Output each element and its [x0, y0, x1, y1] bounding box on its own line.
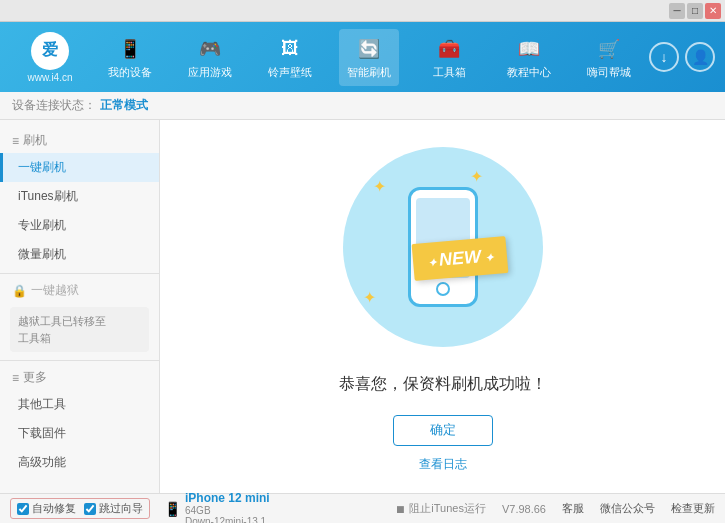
customer-service-link[interactable]: 客服: [562, 501, 584, 516]
sidebar-section-jailbreak-label: 一键越狱: [31, 282, 79, 299]
nav-my-device-label: 我的设备: [108, 65, 152, 80]
header-right: ↓ 👤: [649, 42, 715, 72]
nav-smart-flash-label: 智能刷机: [347, 65, 391, 80]
header: 爱 www.i4.cn 📱 我的设备 🎮 应用游戏 🖼 铃声壁纸 🔄 智能刷机 …: [0, 22, 725, 92]
sidebar-item-advanced[interactable]: 高级功能: [0, 448, 159, 477]
store-icon: 🛒: [595, 35, 623, 63]
nav-apps-label: 应用游戏: [188, 65, 232, 80]
status-value: 正常模式: [100, 97, 148, 114]
sidebar-jailbreak-note: 越狱工具已转移至工具箱: [10, 307, 149, 352]
auto-repair-label: 自动修复: [32, 501, 76, 516]
sidebar-section-flash-label: 刷机: [23, 132, 47, 149]
nav-toolbox-label: 工具箱: [433, 65, 466, 80]
logo[interactable]: 爱 www.i4.cn: [10, 32, 90, 83]
sidebar-item-download-firmware[interactable]: 下载固件: [0, 419, 159, 448]
smart-flash-icon: 🔄: [355, 35, 383, 63]
device-info: 📱 iPhone 12 mini 64GB Down-12mini-13.1: [164, 491, 270, 524]
my-device-icon: 📱: [116, 35, 144, 63]
nav-tutorial-label: 教程中心: [507, 65, 551, 80]
content-area: ✦ ✦ ✦ ✦ NEW ✦ 恭喜您，保资料刷机成功啦！ 确定 查看日志: [160, 120, 725, 493]
sidebar-item-one-click-flash[interactable]: 一键刷机: [0, 153, 159, 182]
phone-illustration: ✦ ✦ ✦ ✦ NEW ✦: [333, 140, 553, 354]
device-model: Down-12mini-13.1: [185, 516, 270, 524]
new-badge: ✦ NEW ✦: [412, 236, 509, 281]
phone-bg: ✦ ✦ ✦ ✦ NEW ✦: [343, 147, 543, 347]
check-update-link[interactable]: 检查更新: [671, 501, 715, 516]
sidebar-item-pro-flash[interactable]: 专业刷机: [0, 211, 159, 240]
sidebar-section-more-icon: ≡: [12, 371, 19, 385]
user-button[interactable]: 👤: [685, 42, 715, 72]
lock-icon: 🔒: [12, 284, 27, 298]
refresh-log-link[interactable]: 查看日志: [419, 456, 467, 473]
bottom-bar: 自动修复 跳过向导 📱 iPhone 12 mini 64GB Down-12m…: [0, 493, 725, 523]
status-bar: 设备连接状态： 正常模式: [0, 92, 725, 120]
device-icon: 📱: [164, 501, 181, 517]
skip-wizard-checkbox[interactable]: 跳过向导: [84, 501, 143, 516]
device-storage: 64GB: [185, 505, 270, 516]
maximize-button[interactable]: □: [687, 3, 703, 19]
download-button[interactable]: ↓: [649, 42, 679, 72]
success-text: 恭喜您，保资料刷机成功啦！: [339, 374, 547, 395]
nav-store-label: 嗨司帮城: [587, 65, 631, 80]
device-details: iPhone 12 mini 64GB Down-12mini-13.1: [185, 491, 270, 524]
sidebar-item-micro-flash[interactable]: 微量刷机: [0, 240, 159, 269]
toolbox-icon: 🧰: [435, 35, 463, 63]
sidebar-section-more-label: 更多: [23, 369, 47, 386]
bottom-left: 自动修复 跳过向导 📱 iPhone 12 mini 64GB Down-12m…: [10, 491, 270, 524]
sidebar-divider-2: [0, 360, 159, 361]
nav-wallpaper[interactable]: 🖼 铃声壁纸: [260, 29, 320, 86]
logo-icon: 爱: [31, 32, 69, 70]
wechat-link[interactable]: 微信公众号: [600, 501, 655, 516]
close-button[interactable]: ✕: [705, 3, 721, 19]
sparkle-top-right: ✦: [470, 167, 483, 186]
nav-toolbox[interactable]: 🧰 工具箱: [419, 29, 479, 86]
nav-wallpaper-label: 铃声壁纸: [268, 65, 312, 80]
skip-wizard-label: 跳过向导: [99, 501, 143, 516]
phone-home-button: [436, 282, 450, 296]
nav-apps[interactable]: 🎮 应用游戏: [180, 29, 240, 86]
logo-url: www.i4.cn: [27, 72, 72, 83]
stop-itunes-icon: ⏹: [395, 503, 406, 515]
auto-repair-input[interactable]: [17, 503, 29, 515]
sidebar-section-flash-icon: ≡: [12, 134, 19, 148]
stop-itunes-label: 阻止iTunes运行: [409, 501, 486, 516]
version-label: V7.98.66: [502, 503, 546, 515]
tutorial-icon: 📖: [515, 35, 543, 63]
phone-wrapper: ✦ NEW ✦: [408, 187, 478, 307]
sidebar-item-other-tools[interactable]: 其他工具: [0, 390, 159, 419]
nav-tutorial[interactable]: 📖 教程中心: [499, 29, 559, 86]
sidebar-section-more: ≡ 更多: [0, 365, 159, 390]
title-bar: ─ □ ✕: [0, 0, 725, 22]
auto-repair-checkbox[interactable]: 自动修复: [17, 501, 76, 516]
status-label: 设备连接状态：: [12, 97, 96, 114]
main-area: ≡ 刷机 一键刷机 iTunes刷机 专业刷机 微量刷机 🔒 一键越狱 越狱工具…: [0, 120, 725, 493]
nav-smart-flash[interactable]: 🔄 智能刷机: [339, 29, 399, 86]
sidebar-divider-1: [0, 273, 159, 274]
checkbox-group: 自动修复 跳过向导: [10, 498, 150, 519]
device-name: iPhone 12 mini: [185, 491, 270, 505]
stop-itunes[interactable]: ⏹ 阻止iTunes运行: [395, 501, 486, 516]
sidebar: ≡ 刷机 一键刷机 iTunes刷机 专业刷机 微量刷机 🔒 一键越狱 越狱工具…: [0, 120, 160, 493]
sidebar-item-itunes-flash[interactable]: iTunes刷机: [0, 182, 159, 211]
wallpaper-icon: 🖼: [276, 35, 304, 63]
confirm-button[interactable]: 确定: [393, 415, 493, 446]
nav-my-device[interactable]: 📱 我的设备: [100, 29, 160, 86]
apps-icon: 🎮: [196, 35, 224, 63]
skip-wizard-input[interactable]: [84, 503, 96, 515]
minimize-button[interactable]: ─: [669, 3, 685, 19]
sparkle-top-left: ✦: [373, 177, 386, 196]
sidebar-section-jailbreak-locked: 🔒 一键越狱: [0, 278, 159, 303]
nav-bar: 📱 我的设备 🎮 应用游戏 🖼 铃声壁纸 🔄 智能刷机 🧰 工具箱 📖 教程中心…: [90, 29, 649, 86]
sidebar-section-flash: ≡ 刷机: [0, 128, 159, 153]
bottom-right: ⏹ 阻止iTunes运行 V7.98.66 客服 微信公众号 检查更新: [395, 501, 715, 516]
sparkle-bottom-left: ✦: [363, 288, 376, 307]
nav-store[interactable]: 🛒 嗨司帮城: [579, 29, 639, 86]
